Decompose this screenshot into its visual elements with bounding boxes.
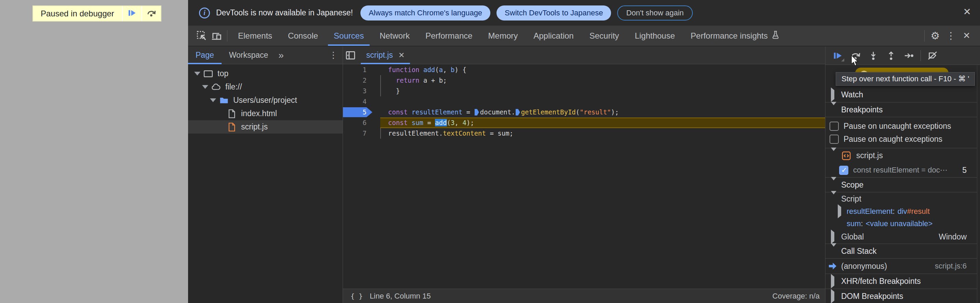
- scope-section-script[interactable]: Script: [826, 192, 977, 205]
- section-expander-down-icon[interactable]: [831, 151, 841, 160]
- section-header-call-stack[interactable]: Call Stack: [826, 244, 977, 259]
- tree-item-top[interactable]: top: [188, 67, 343, 80]
- tab-sources[interactable]: Sources: [326, 25, 371, 46]
- section-expander-right-icon[interactable]: [831, 232, 841, 241]
- scope-variable-resultelement[interactable]: resultElement:div#result: [826, 205, 977, 217]
- breakpoint-group-script-js[interactable]: script.js: [826, 148, 977, 163]
- expander-down-icon[interactable]: [210, 98, 219, 102]
- line-number-gutter[interactable]: 1: [343, 65, 380, 75]
- section-header-breakpoints[interactable]: Breakpoints: [826, 102, 977, 117]
- breakpoint-entry[interactable]: const resultElement = doc⋯5: [826, 163, 977, 177]
- sidebar-tab-workspace[interactable]: Workspace: [221, 46, 276, 64]
- section-expander-down-icon[interactable]: [831, 105, 841, 114]
- section-header-label: Call Stack: [841, 247, 877, 256]
- toolbar-right-controls: ⚙ ⋮ ✕: [921, 28, 980, 44]
- section-header-watch[interactable]: Watch: [826, 87, 977, 102]
- line-number-gutter[interactable]: 3: [343, 86, 380, 96]
- pretty-print-icon[interactable]: { }: [350, 292, 363, 300]
- deactivate-breakpoints-button[interactable]: [924, 48, 941, 63]
- notification-action-button[interactable]: Always match Chrome's language: [360, 5, 490, 21]
- resume-script-button[interactable]: [829, 48, 846, 63]
- main-toolbar: ElementsConsoleSourcesNetworkPerformance…: [188, 25, 980, 46]
- section-expander-right-icon[interactable]: [831, 292, 841, 301]
- notification-close-icon[interactable]: ✕: [963, 6, 971, 17]
- tab-security[interactable]: Security: [582, 25, 627, 46]
- step-into-button[interactable]: [864, 48, 882, 63]
- tree-item-file-[interactable]: file://: [188, 80, 343, 94]
- section-expander-right-icon[interactable]: [838, 207, 846, 216]
- tab-lighthouse[interactable]: Lighthouse: [627, 25, 682, 46]
- section-header-xhr-fetch-breakpoints[interactable]: XHR/fetch Breakpoints: [826, 274, 977, 289]
- navigator-kebab-icon[interactable]: ⋮: [329, 50, 338, 60]
- line-number-gutter[interactable]: 6: [343, 117, 380, 128]
- code-area[interactable]: 1function add(a, b) {2 return a + b;3 }4…: [343, 64, 825, 289]
- code-line-4[interactable]: 4: [343, 96, 825, 107]
- tab-performance[interactable]: Performance: [418, 25, 479, 46]
- code-token: getElementById: [521, 108, 576, 116]
- scope-section-global[interactable]: GlobalWindow: [826, 230, 977, 244]
- tree-item-label: top: [218, 69, 228, 78]
- code-line-2[interactable]: 2 return a + b;: [343, 75, 825, 86]
- section-expander-right-icon[interactable]: [831, 90, 841, 99]
- editor-tab-scriptjs[interactable]: script.js ✕: [360, 46, 410, 64]
- section-expander-down-icon[interactable]: [831, 180, 841, 190]
- code-line-content: [380, 96, 825, 107]
- device-toolbar-icon[interactable]: [209, 29, 224, 43]
- line-number-gutter[interactable]: 2: [343, 75, 380, 86]
- settings-gear-icon[interactable]: ⚙: [928, 28, 943, 44]
- more-options-kebab-icon[interactable]: ⋮: [943, 28, 959, 44]
- sidebar-tab-page[interactable]: Page: [188, 46, 221, 64]
- pause-exceptions-row[interactable]: Pause on uncaught exceptions: [826, 119, 977, 133]
- close-tab-icon[interactable]: ✕: [398, 51, 404, 60]
- code-line-7[interactable]: 7resultElement.textContent = sum;: [343, 128, 825, 139]
- tab-console[interactable]: Console: [281, 25, 325, 46]
- resume-script-button[interactable]: [122, 6, 141, 21]
- code-line-5[interactable]: 5const resultElement = document.getEleme…: [343, 107, 825, 117]
- line-number-gutter[interactable]: 7: [343, 128, 380, 139]
- checkbox[interactable]: [830, 122, 839, 131]
- expander-down-icon[interactable]: [194, 72, 203, 76]
- call-stack-frame[interactable]: (anonymous)script.js:6: [826, 259, 977, 274]
- section-expander-down-icon[interactable]: [831, 194, 841, 204]
- line-number-gutter[interactable]: 5: [343, 107, 380, 117]
- inline-breakpoint-marker-icon[interactable]: [475, 109, 479, 116]
- tab-application[interactable]: Application: [526, 25, 581, 46]
- code-line-6[interactable]: 6const sum = add(3, 4);: [343, 117, 825, 128]
- section-expander-right-icon[interactable]: [831, 277, 841, 286]
- tree-item-script-js[interactable]: script.js: [188, 120, 343, 133]
- code-token: }: [388, 87, 400, 95]
- line-number: 3: [363, 87, 367, 95]
- mouse-cursor: [850, 55, 860, 68]
- section-header-scope[interactable]: Scope: [826, 177, 977, 192]
- step-button[interactable]: [900, 48, 918, 63]
- scope-variable-sum[interactable]: sum:<value unavailable>: [826, 217, 977, 230]
- notification-action-button[interactable]: Switch DevTools to Japanese: [496, 5, 611, 21]
- tab-memory[interactable]: Memory: [481, 25, 525, 46]
- code-line-content: const sum = add(3, 4);: [380, 117, 825, 128]
- code-line-3[interactable]: 3 }: [343, 86, 825, 96]
- tab-network[interactable]: Network: [372, 25, 417, 46]
- notification-action-button[interactable]: Don't show again: [617, 5, 692, 21]
- breakpoint-checkbox[interactable]: [839, 166, 848, 175]
- toggle-navigator-panel-icon[interactable]: [343, 48, 358, 63]
- step-out-button[interactable]: [882, 48, 900, 63]
- section-header-dom-breakpoints[interactable]: DOM Breakpoints: [826, 289, 977, 303]
- line-number-gutter[interactable]: 4: [343, 96, 380, 107]
- tab-elements[interactable]: Elements: [231, 25, 279, 46]
- section-header-label: XHR/fetch Breakpoints: [841, 277, 921, 286]
- pause-exceptions-row[interactable]: Pause on caught exceptions: [826, 133, 977, 146]
- code-line-1[interactable]: 1function add(a, b) {: [343, 65, 825, 75]
- section-expander-down-icon[interactable]: [831, 247, 841, 256]
- checkbox[interactable]: [830, 135, 839, 144]
- expander-down-icon[interactable]: [202, 85, 211, 89]
- tree-item-index-html[interactable]: index.html: [188, 107, 343, 120]
- step-over-quick-button[interactable]: [141, 6, 161, 21]
- tab-performance-insights[interactable]: Performance insights: [684, 25, 787, 46]
- inspect-element-icon[interactable]: [194, 29, 209, 43]
- code-token: [420, 66, 423, 73]
- line-number: 6: [363, 119, 367, 126]
- close-devtools-icon[interactable]: ✕: [959, 28, 975, 44]
- inline-breakpoint-marker-icon[interactable]: [515, 109, 520, 116]
- tree-item-users-user-project[interactable]: Users/user/project: [188, 94, 343, 107]
- more-tabs-icon[interactable]: »: [278, 50, 283, 61]
